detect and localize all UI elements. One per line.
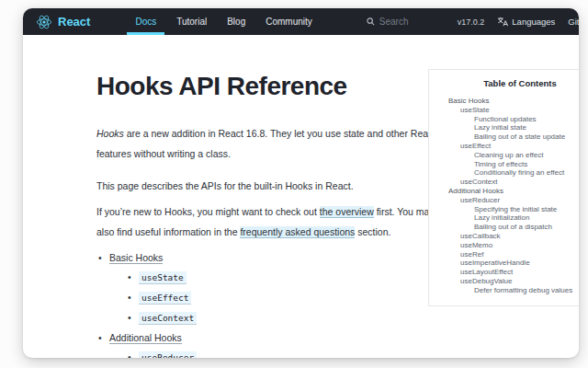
languages-link[interactable]: Languages	[497, 17, 555, 27]
toc-link[interactable]: Basic Hooks	[429, 97, 579, 106]
toc-link[interactable]: Conditionally firing an effect	[429, 168, 579, 178]
hook-link[interactable]: useEffect	[139, 292, 191, 305]
toc-link[interactable]: Functional updates	[429, 115, 579, 124]
nav-item[interactable]: Docs	[125, 8, 166, 35]
note-text-1: If you’re new to Hooks, you might want t…	[96, 206, 320, 217]
faq-link[interactable]: frequently asked questions	[240, 226, 355, 238]
additional-hooks-sublist: useReducer useCallback useMemo useRef	[126, 351, 579, 358]
toc-link[interactable]: useEffect	[429, 142, 579, 151]
toc-title: Table of Contents	[429, 78, 579, 88]
github-link[interactable]: GitHub	[568, 17, 579, 27]
toc-link[interactable]: Bailing out of a state update	[429, 132, 579, 142]
toc-link[interactable]: Lazy initialization	[429, 213, 579, 223]
hooks-italic: Hooks	[96, 128, 124, 139]
intro-paragraph: Hooks are a new addition in React 16.8. …	[96, 123, 444, 164]
toc-link[interactable]: useLayoutEffect	[429, 268, 579, 277]
toc-link[interactable]: useDebugValue	[429, 277, 579, 286]
additional-hooks-group: Additional Hooks useReducer useCallback …	[96, 331, 579, 358]
version-link[interactable]: v17.0.2	[458, 17, 485, 27]
nav-item[interactable]: Tutorial	[166, 8, 217, 35]
toc-link[interactable]: Additional Hooks	[429, 187, 579, 196]
main-nav: Docs Tutorial Blog Community	[125, 8, 322, 35]
basic-hooks-link[interactable]: Basic Hooks	[109, 252, 163, 264]
nav-item[interactable]: Blog	[217, 8, 255, 35]
hook-link[interactable]: useReducer	[139, 351, 197, 358]
description-paragraph: This page describes the APIs for the bui…	[96, 176, 444, 196]
header-right: v17.0.2 Languages	[458, 17, 579, 27]
search-box[interactable]	[367, 17, 458, 27]
react-home-link[interactable]: React	[36, 15, 90, 29]
toc-link[interactable]: Lazy initial state	[429, 123, 579, 132]
hook-link[interactable]: useContext	[139, 312, 197, 325]
toc-link[interactable]: Bailing out of a dispatch	[429, 223, 579, 232]
toc-link[interactable]: Cleaning up an effect	[429, 151, 579, 160]
note-text-3: section.	[355, 226, 390, 237]
toc-link[interactable]: useReducer	[429, 196, 579, 205]
browser-page: React Docs Tutorial Blog Community	[23, 8, 579, 358]
toc-link[interactable]: useCallback	[429, 232, 579, 241]
brand-name: React	[58, 15, 90, 29]
toc-link[interactable]: Defer formatting debug values	[429, 286, 579, 295]
hook-link[interactable]: useState	[139, 271, 187, 284]
toc-link[interactable]: useContext	[429, 178, 579, 187]
note-paragraph: If you’re new to Hooks, you might want t…	[96, 201, 444, 242]
additional-hooks-link[interactable]: Additional Hooks	[109, 332, 182, 344]
search-input[interactable]	[379, 17, 458, 27]
list-item: useContext	[126, 311, 579, 325]
table-of-contents: Table of Contents Basic Hooks useState F…	[428, 69, 579, 306]
toc-link[interactable]: Timing of effects	[429, 160, 579, 169]
toc-link[interactable]: Specifying the initial state	[429, 205, 579, 214]
translate-icon	[497, 17, 508, 27]
overview-link[interactable]: the overview	[320, 206, 374, 218]
nav-item[interactable]: Community	[255, 8, 322, 35]
list-item: useReducer	[126, 351, 579, 358]
toc-link[interactable]: useImperativeHandle	[429, 259, 579, 268]
search-icon	[367, 17, 375, 26]
toc-link[interactable]: useState	[429, 106, 579, 115]
languages-label: Languages	[512, 17, 555, 27]
toc-link[interactable]: useRef	[429, 250, 579, 259]
intro-text: are a new addition in React 16.8. They l…	[96, 128, 435, 159]
github-label: GitHub	[568, 17, 579, 27]
toc-list: Basic Hooks useState Functional updates …	[429, 97, 579, 295]
site-header: React Docs Tutorial Blog Community	[23, 8, 579, 35]
toc-link[interactable]: useMemo	[429, 241, 579, 250]
react-logo-icon	[36, 15, 52, 29]
